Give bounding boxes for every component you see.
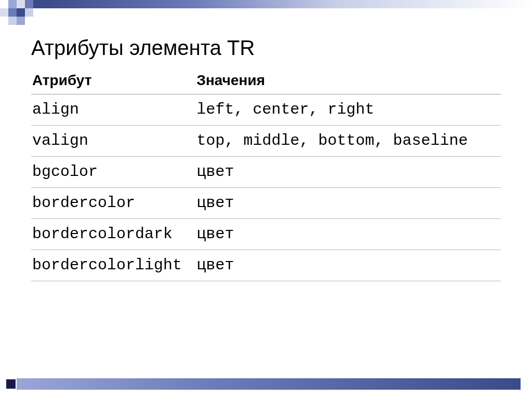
cell-val: left, center, right [195,94,501,126]
cell-attr: align [31,94,195,126]
corner-decoration [0,0,47,26]
table-header-row: Атрибут Значения [31,69,501,94]
cell-attr: bordercolordark [31,219,195,250]
table-row: valign top, middle, bottom, baseline [31,126,501,157]
attributes-table: Атрибут Значения align left, center, rig… [31,69,501,281]
header-attribute: Атрибут [31,69,195,94]
cell-val: цвет [195,250,501,281]
header-values: Значения [195,69,501,94]
table-row: bordercolordark цвет [31,219,501,250]
bottom-gradient-bar [17,378,521,390]
table-row: align left, center, right [31,94,501,126]
cell-val: top, middle, bottom, baseline [195,126,501,157]
cell-val: цвет [195,157,501,188]
cell-val: цвет [195,188,501,219]
cell-attr: bgcolor [31,157,195,188]
slide-title: Атрибуты элемента TR [31,36,501,60]
cell-val: цвет [195,219,501,250]
cell-attr: valign [31,126,195,157]
bottom-bullet-square [6,379,16,389]
cell-attr: bordercolor [31,188,195,219]
top-gradient-bar [46,0,532,8]
table-row: bordercolorlight цвет [31,250,501,281]
table-row: bordercolor цвет [31,188,501,219]
table-row: bgcolor цвет [31,157,501,188]
cell-attr: bordercolorlight [31,250,195,281]
